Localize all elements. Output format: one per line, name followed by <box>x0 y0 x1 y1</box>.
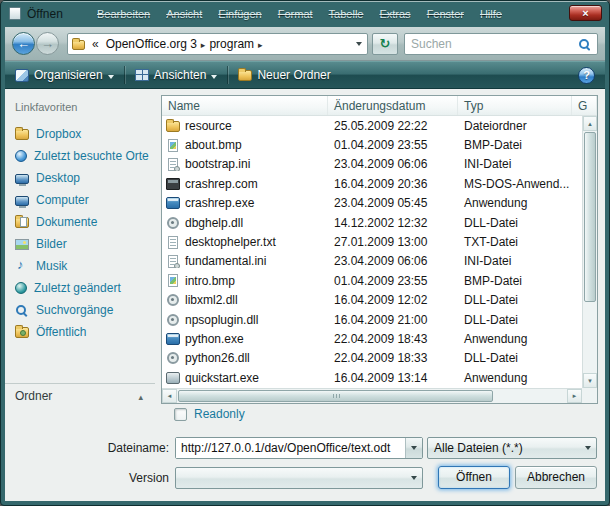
window-icon <box>9 7 21 20</box>
file-row[interactable]: about.bmp 01.04.2009 23:55 BMP-Datei <box>162 135 597 154</box>
file-row[interactable]: bootstrap.ini 23.04.2009 06:06 INI-Datei <box>162 155 597 174</box>
file-row[interactable]: resource 25.05.2009 22:22 Dateiordner <box>162 116 597 135</box>
close-button[interactable]: × <box>569 5 602 21</box>
sidebar-item[interactable]: Öffentlich <box>5 321 157 343</box>
vertical-scroll-thumb[interactable] <box>584 132 596 302</box>
close-icon: × <box>570 6 601 20</box>
sidebar-item[interactable]: Bilder <box>5 233 157 255</box>
version-dropdown-icon[interactable] <box>406 468 422 488</box>
sidebar-item-label: Musik <box>36 259 67 273</box>
background-menu-item: Hilfe <box>480 8 502 20</box>
file-date: 16.04.2009 20:36 <box>328 177 458 191</box>
titlebar[interactable]: Öffnen Bearbeiten Ansicht Einfügen Forma… <box>1 1 609 27</box>
folders-expander[interactable]: Ordner <box>5 383 155 403</box>
views-label: Ansichten <box>154 68 207 82</box>
sidebar-item-icon <box>15 260 29 273</box>
sidebar-item[interactable]: Desktop <box>5 167 157 189</box>
sidebar-item[interactable]: Zuletzt besuchte Orte <box>5 145 157 167</box>
file-date: 16.04.2009 13:14 <box>328 371 458 385</box>
forward-button[interactable] <box>36 32 59 55</box>
file-type: DLL-Datei <box>458 216 572 230</box>
file-row[interactable]: fundamental.ini 23.04.2009 06:06 INI-Dat… <box>162 252 597 271</box>
background-menu-item: Format <box>278 8 313 20</box>
refresh-button[interactable] <box>372 33 398 55</box>
column-header-size[interactable]: G <box>572 96 597 115</box>
file-date: 14.12.2002 12:32 <box>328 216 458 230</box>
address-bar[interactable]: OpenOffice.org 3 program <box>67 33 368 55</box>
navigation-bar: OpenOffice.org 3 program <box>5 27 605 61</box>
readonly-checkbox[interactable] <box>174 408 187 421</box>
file-row[interactable]: intro.bmp 01.04.2009 23:55 BMP-Datei <box>162 271 597 290</box>
help-icon: ? <box>583 69 590 81</box>
column-header-name[interactable]: Name <box>162 96 328 115</box>
file-date: 22.04.2009 18:33 <box>328 351 458 365</box>
breadcrumb-separator-icon[interactable] <box>258 37 263 51</box>
file-row[interactable]: python26.dll 22.04.2009 18:33 DLL-Datei <box>162 349 597 368</box>
help-button[interactable]: ? <box>578 67 595 84</box>
sidebar-item-label: Dropbox <box>36 127 81 141</box>
new-folder-button[interactable]: Neuer Ordner <box>228 62 340 88</box>
column-header-date[interactable]: Änderungsdatum <box>328 96 458 115</box>
scroll-up-icon[interactable] <box>583 116 597 131</box>
file-row[interactable]: npsoplugin.dll 16.04.2009 21:00 DLL-Date… <box>162 310 597 329</box>
search-input[interactable] <box>405 37 578 51</box>
sidebar-item-label: Dokumente <box>36 215 97 229</box>
version-combo[interactable] <box>175 467 423 489</box>
file-row[interactable]: dbghelp.dll 14.12.2002 12:32 DLL-Datei <box>162 213 597 232</box>
file-row[interactable]: python.exe 22.04.2009 18:43 Anwendung <box>162 329 597 348</box>
file-type: Anwendung <box>458 332 572 346</box>
vertical-scrollbar[interactable] <box>582 116 597 388</box>
file-icon <box>166 197 180 209</box>
filename-dropdown-icon[interactable] <box>405 438 422 458</box>
back-button[interactable] <box>12 32 35 55</box>
file-type: Anwendung <box>458 196 572 210</box>
horizontal-scrollbar[interactable] <box>162 388 582 403</box>
search-icon[interactable] <box>578 38 591 51</box>
sidebar-item-icon <box>15 174 29 184</box>
organize-icon <box>15 69 29 82</box>
breadcrumb-segment[interactable]: program <box>205 37 258 51</box>
file-type: INI-Datei <box>458 157 572 171</box>
filetype-dropdown-icon[interactable] <box>580 438 596 458</box>
file-date: 23.04.2009 05:45 <box>328 196 458 210</box>
sidebar-item[interactable]: Dokumente <box>5 211 157 233</box>
file-row[interactable]: crashrep.com 16.04.2009 20:36 MS-DOS-Anw… <box>162 174 597 193</box>
scroll-right-icon[interactable] <box>567 389 582 403</box>
breadcrumb-segment[interactable]: OpenOffice.org 3 <box>102 37 201 51</box>
sidebar-item-icon <box>15 304 29 317</box>
file-row[interactable]: crashrep.exe 23.04.2009 05:45 Anwendung <box>162 194 597 213</box>
filetype-combo[interactable]: Alle Dateien (*.*) <box>427 437 597 459</box>
breadcrumb-overflow-icon[interactable] <box>89 37 102 51</box>
filename-input[interactable] <box>176 438 405 458</box>
scroll-left-icon[interactable] <box>162 389 177 403</box>
sidebar-item[interactable]: Zuletzt geändert <box>5 277 157 299</box>
file-row[interactable]: libxml2.dll 16.04.2009 12:02 DLL-Datei <box>162 291 597 310</box>
sidebar-favorites: Dropbox Zuletzt besuchte Orte Desktop <box>5 123 157 343</box>
open-dialog-window: Öffnen Bearbeiten Ansicht Einfügen Forma… <box>0 0 610 506</box>
file-row[interactable]: desktophelper.txt 27.01.2009 13:00 TXT-D… <box>162 232 597 251</box>
sidebar-item-icon <box>15 150 27 162</box>
file-icon <box>168 139 178 152</box>
views-button[interactable]: Ansichten <box>125 62 228 88</box>
readonly-label[interactable]: Readonly <box>194 407 245 421</box>
sidebar-item[interactable]: Dropbox <box>5 123 157 145</box>
version-label: Version <box>5 471 169 485</box>
sidebar-item-icon <box>15 327 29 338</box>
sidebar-item[interactable]: Musik <box>5 255 157 277</box>
cancel-button[interactable]: Abbrechen <box>515 466 597 489</box>
scroll-down-icon[interactable] <box>583 373 597 388</box>
horizontal-scroll-thumb[interactable] <box>178 390 493 402</box>
file-row[interactable]: quickstart.exe 16.04.2009 13:14 Anwendun… <box>162 368 597 387</box>
file-name: dbghelp.dll <box>185 216 243 230</box>
file-type: TXT-Datei <box>458 235 572 249</box>
sidebar-item[interactable]: Suchvorgänge <box>5 299 157 321</box>
sidebar-item[interactable]: Computer <box>5 189 157 211</box>
file-icon <box>166 121 180 132</box>
new-folder-label: Neuer Ordner <box>257 68 330 82</box>
open-button[interactable]: Öffnen <box>438 466 510 489</box>
organize-button[interactable]: Organisieren <box>5 62 124 88</box>
column-header-type[interactable]: Typ <box>458 96 572 115</box>
background-menubar: Bearbeiten Ansicht Einfügen Format Tabel… <box>97 8 502 20</box>
address-dropdown-icon[interactable] <box>351 34 367 54</box>
file-date: 27.01.2009 13:00 <box>328 235 458 249</box>
